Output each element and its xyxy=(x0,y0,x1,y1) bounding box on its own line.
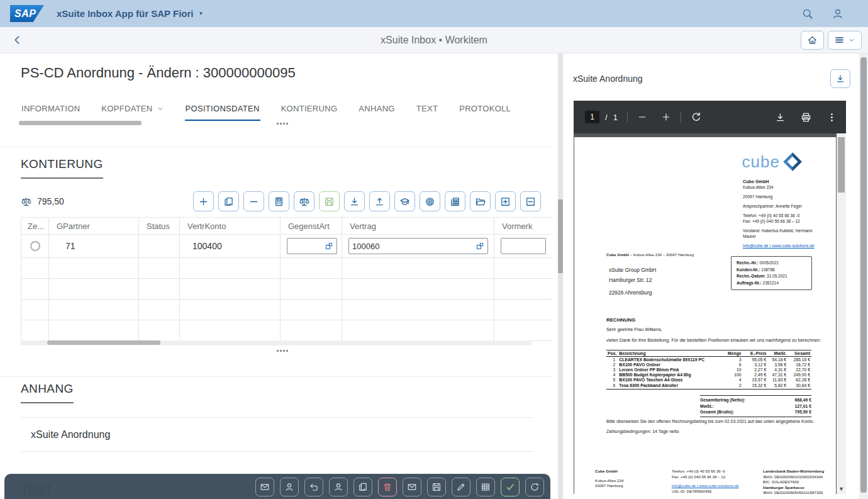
pdf-download-icon[interactable] xyxy=(775,112,786,123)
collapse-button[interactable] xyxy=(520,191,541,211)
tab-kontierung[interactable]: KONTIERUNG xyxy=(281,99,338,121)
tab-protokoll[interactable]: PROTOKOLL xyxy=(459,99,511,121)
tab-positionsdaten[interactable]: POSITIONSDATEN xyxy=(185,99,260,121)
calculate-button[interactable] xyxy=(269,191,289,211)
row-select-radio[interactable] xyxy=(30,241,40,251)
copy-button[interactable] xyxy=(353,478,372,496)
upload-icon xyxy=(374,196,385,207)
value-help-icon[interactable] xyxy=(325,242,333,250)
user-avatar-icon[interactable] xyxy=(832,8,844,20)
undo-button[interactable] xyxy=(304,478,323,496)
download-attachment-button[interactable] xyxy=(830,69,850,88)
pencil-icon xyxy=(456,482,466,492)
delete-button[interactable] xyxy=(378,478,397,496)
vormerk-cell xyxy=(494,235,553,258)
home-button[interactable] xyxy=(801,31,824,50)
zoom-in-icon[interactable] xyxy=(661,112,671,122)
mail-button[interactable] xyxy=(255,478,274,496)
training-button[interactable] xyxy=(394,191,415,211)
splitter-grip[interactable] xyxy=(277,350,279,352)
mail-note-button[interactable] xyxy=(403,478,421,496)
download-button[interactable] xyxy=(344,191,365,211)
download-icon xyxy=(349,196,360,207)
invoice-row: 4BB500 Budget Kopierpapier A4 80g1002,49… xyxy=(606,373,811,378)
chevron-down-icon: ▼ xyxy=(199,11,204,16)
empty-row xyxy=(21,320,553,341)
company-links[interactable]: info@cube.de | www.cube-solutions.de xyxy=(743,243,816,249)
vertrkonto-cell: 100400 xyxy=(180,235,281,258)
scrollbar-thumb[interactable] xyxy=(838,137,845,193)
copy-table-button[interactable] xyxy=(445,191,465,211)
attachment-item[interactable]: xSuite Anordnung xyxy=(21,417,533,452)
approve-button[interactable] xyxy=(501,478,520,496)
vormerk-input[interactable] xyxy=(504,242,542,251)
tab-text[interactable]: TEXT xyxy=(416,99,438,121)
value-help-icon[interactable] xyxy=(476,242,484,250)
vertrag-input[interactable] xyxy=(352,242,476,251)
expand-button[interactable] xyxy=(495,191,516,211)
save-icon xyxy=(431,482,442,492)
tab-kopfdaten[interactable]: KOPFDATEN xyxy=(101,99,164,121)
sap-logo[interactable]: SAP xyxy=(10,5,44,22)
scrollbar-thumb[interactable] xyxy=(19,121,142,125)
chevron-down-icon xyxy=(157,105,164,113)
scroll-down-arrow-icon[interactable]: ▼ xyxy=(837,486,846,492)
tab-information[interactable]: INFORMATION xyxy=(21,99,81,121)
duplicate-row-button[interactable] xyxy=(218,191,239,211)
scrollbar-thumb[interactable] xyxy=(47,340,160,345)
footer-contact: Telefon: +49 (0) 40 55 66 36 -0 Fax: +49… xyxy=(672,469,759,494)
gegenstart-input[interactable] xyxy=(291,242,325,251)
footer-links[interactable]: info@cube.de | www.cube-solutions.de xyxy=(672,483,759,489)
total-value: 795,50 xyxy=(37,196,64,206)
user-button[interactable] xyxy=(280,478,299,496)
search-icon[interactable] xyxy=(801,8,814,20)
zoom-out-icon[interactable] xyxy=(637,112,647,122)
vertrag-cell xyxy=(342,235,494,258)
balance-button[interactable] xyxy=(294,191,314,211)
splitter-grip[interactable] xyxy=(277,123,279,125)
kontierung-table: Ze... GPartner Status VertrKonto Gegenst… xyxy=(21,217,552,341)
refresh-button[interactable] xyxy=(525,478,544,496)
menu-button[interactable] xyxy=(828,31,862,50)
edit-button[interactable] xyxy=(452,478,470,496)
more-options-icon[interactable] xyxy=(826,112,837,123)
status-cell xyxy=(139,235,180,258)
save-rows-button[interactable] xyxy=(319,191,340,211)
action-toolbar xyxy=(4,474,550,499)
print-icon[interactable] xyxy=(801,112,811,123)
upload-button[interactable] xyxy=(369,191,390,211)
invoice-row: 6Tesa 6300 Packband Abroller215,32 €5,82… xyxy=(606,383,811,389)
company-block: Cube GmbH Kubus-Allee 234 20097 Hamburg … xyxy=(743,179,816,249)
content-scrollbar[interactable] xyxy=(556,53,565,499)
add-row-button[interactable] xyxy=(193,191,214,211)
save-button[interactable] xyxy=(427,478,446,496)
home-icon xyxy=(807,35,818,45)
payment-terms: Zahlungsbedingungen: 14 Tage netto xyxy=(606,429,679,434)
folder-button[interactable] xyxy=(470,191,491,211)
pdf-toolbar: 1 / 1 xyxy=(574,101,846,133)
tab-anhang[interactable]: ANHANG xyxy=(358,99,395,121)
invoice-meta-box: Rechn.-Nr.: 0005/2021 Kunden-Nr.: 108788… xyxy=(731,256,812,290)
download-icon xyxy=(835,74,845,84)
app-title-menu[interactable]: xSuite Inbox App für SAP Fiori ▼ xyxy=(57,8,203,19)
table-button[interactable] xyxy=(476,478,495,496)
salutation: Sehr geehrte Frau Wilkens, xyxy=(606,327,662,332)
pdf-scrollbar[interactable]: ▼ xyxy=(837,133,846,494)
table-scrollbar[interactable] xyxy=(21,340,531,345)
attachment-label: xSuite Anordnung xyxy=(31,429,110,440)
copy-icon xyxy=(358,482,368,492)
save-icon xyxy=(324,196,335,207)
forward-user-button[interactable] xyxy=(329,478,348,496)
pdf-page: cube Cube GmbH Kubus-Allee 234 20097 Ham… xyxy=(574,137,836,494)
coil-button[interactable] xyxy=(420,191,440,211)
page-number-input[interactable]: 1 xyxy=(585,111,599,123)
remove-row-button[interactable] xyxy=(243,191,264,211)
shell-actions xyxy=(801,8,858,20)
rotate-icon[interactable] xyxy=(691,111,702,123)
chevron-down-icon xyxy=(848,36,855,44)
scrollbar-thumb[interactable] xyxy=(558,199,563,273)
pdf-toolbar-right xyxy=(775,112,837,123)
page-scrollbar[interactable] xyxy=(859,53,868,499)
tab-area-scrollbar[interactable] xyxy=(19,121,532,126)
scrollbar-thumb[interactable] xyxy=(860,57,867,493)
